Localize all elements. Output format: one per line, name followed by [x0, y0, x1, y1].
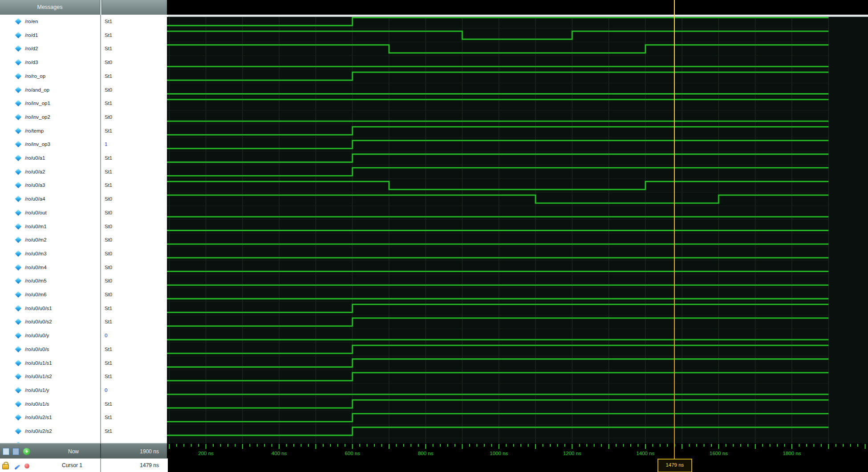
- signal-name: /ro/u0/m5: [25, 274, 99, 288]
- signal-row[interactable]: /ro/en: [0, 15, 100, 29]
- ruler-time-label: 1200 ns: [563, 451, 581, 456]
- waveform-trace: [167, 428, 828, 436]
- signal-value-row: St1: [101, 69, 168, 84]
- wave-header-spacer: [167, 0, 868, 15]
- signal-row[interactable]: /ro/u0/u1/s1: [0, 356, 100, 371]
- time-cursor-line[interactable]: [674, 0, 675, 459]
- signal-value: 1: [105, 137, 107, 151]
- signal-diamond-icon: [15, 373, 21, 379]
- signal-value-row: St1: [101, 411, 168, 425]
- signal-value: St1: [105, 28, 112, 42]
- document-icon[interactable]: [3, 448, 9, 455]
- delete-cursor-icon[interactable]: [24, 464, 29, 468]
- signal-row[interactable]: /ro/temp: [0, 124, 100, 138]
- waveform-trace: [167, 414, 828, 422]
- signal-row[interactable]: /ro/u0/a3: [0, 178, 100, 193]
- signal-row[interactable]: /ro/d3: [0, 56, 100, 70]
- signal-row[interactable]: /ro/u0/u2/s1: [0, 411, 100, 425]
- signal-name: /ro/u0/u0/s: [25, 343, 99, 356]
- footer-now-row: + Now 1900 ns 200 ns400 ns600 ns800 ns10…: [0, 443, 868, 458]
- signal-row[interactable]: /ro/u0/m4: [0, 261, 100, 275]
- signal-row[interactable]: /ro/u0/m2: [0, 233, 100, 247]
- footer-toolbar-a: + Now: [0, 443, 100, 459]
- signal-row[interactable]: /ro/u0/u1/y: [0, 383, 100, 398]
- signal-value: St1: [105, 315, 112, 329]
- column-resize-handle[interactable]: [100, 0, 102, 15]
- signal-value: St1: [105, 424, 112, 438]
- signal-diamond-icon: [15, 196, 21, 202]
- signal-row[interactable]: /ro/u0/u0/s1: [0, 302, 100, 316]
- signal-row[interactable]: /ro/u0/u0/s2: [0, 315, 100, 329]
- signal-row[interactable]: /ro/inv_op1: [0, 97, 100, 111]
- signal-value: St0: [105, 110, 112, 124]
- signal-value-row: St0: [101, 83, 168, 97]
- ruler-time-label: 1400 ns: [636, 451, 654, 456]
- waveform-trace-glow: [167, 318, 828, 326]
- waveform-trace: [167, 45, 828, 53]
- signal-row[interactable]: /ro/d2: [0, 42, 100, 56]
- signal-row[interactable]: /ro/inv_op2: [0, 110, 100, 125]
- waveform-trace-glow: [167, 141, 828, 149]
- signal-value: St0: [105, 206, 112, 220]
- signal-row[interactable]: /ro/inv_op3: [0, 137, 100, 152]
- signal-name: /ro/u0/u1/s1: [25, 356, 99, 370]
- signal-name: /ro/u0/u2/y: [25, 438, 99, 443]
- signal-value: St0: [105, 220, 112, 234]
- signal-diamond-icon: [15, 264, 21, 270]
- lock-icon[interactable]: [2, 464, 9, 469]
- add-wave-icon[interactable]: +: [23, 448, 30, 455]
- signal-row[interactable]: /ro/and_op: [0, 83, 100, 97]
- signal-row[interactable]: /ro/u0/m1: [0, 220, 100, 234]
- signal-row[interactable]: /ro/u0/m3: [0, 247, 100, 261]
- signal-row[interactable]: /ro/ro_op: [0, 69, 100, 84]
- signal-value-row: St1: [101, 315, 168, 329]
- waveform-trace: [167, 154, 828, 162]
- signal-row[interactable]: /ro/u0/a4: [0, 192, 100, 206]
- signal-diamond-icon: [15, 59, 21, 65]
- signal-row[interactable]: /ro/u0/a2: [0, 165, 100, 179]
- signal-value: St1: [105, 356, 112, 370]
- waveform-canvas[interactable]: [167, 17, 868, 443]
- signal-value-row: St1: [101, 97, 168, 111]
- signal-value: St1: [105, 124, 112, 138]
- signal-row[interactable]: /ro/u0/u2/s2: [0, 424, 100, 439]
- footer-toolbar-b: Cursor 1: [0, 458, 100, 472]
- signal-row[interactable]: /ro/d1: [0, 28, 100, 43]
- signal-value-row: St1: [101, 124, 168, 138]
- cursor-name[interactable]: Cursor 1: [62, 459, 82, 472]
- signal-row[interactable]: /ro/u0/u2/y: [0, 438, 100, 443]
- signal-value: St1: [105, 42, 112, 56]
- waveform-trace-glow: [167, 414, 828, 422]
- signal-value-row: St0: [101, 261, 168, 275]
- signal-row[interactable]: /ro/u0/m6: [0, 288, 100, 302]
- edit-cursor-icon[interactable]: [15, 464, 20, 470]
- signal-row[interactable]: /ro/u0/u1/s: [0, 397, 100, 411]
- signal-name: /ro/en: [25, 15, 99, 28]
- signal-diamond-icon: [15, 414, 21, 420]
- signal-row[interactable]: /ro/u0/m5: [0, 274, 100, 288]
- signal-value-row: St1: [101, 370, 168, 384]
- signal-name: /ro/u0/u0/s1: [25, 302, 99, 315]
- cursor-time-tag[interactable]: 1479 ns: [657, 459, 692, 472]
- signal-row[interactable]: /ro/u0/u1/s2: [0, 370, 100, 384]
- signal-row[interactable]: /ro/u0/out: [0, 206, 100, 220]
- signal-value: St1: [105, 151, 112, 165]
- documents-icon[interactable]: [12, 448, 19, 455]
- time-ruler[interactable]: 200 ns400 ns600 ns800 ns1000 ns1200 ns14…: [167, 443, 868, 458]
- waveform-trace: [167, 141, 828, 149]
- signal-row[interactable]: /ro/u0/u0/y: [0, 329, 100, 343]
- waveform-trace: [167, 31, 828, 39]
- signal-name: /ro/u0/m4: [25, 261, 99, 274]
- signal-row[interactable]: /ro/u0/u0/s: [0, 343, 100, 357]
- signal-value-row: St1: [101, 165, 168, 179]
- signal-diamond-icon: [15, 45, 21, 52]
- modelsim-wave-window: Messages /ro/en/ro/d1/ro/d2/ro/d3/ro/ro_…: [0, 0, 868, 472]
- ruler-time-label: 600 ns: [345, 451, 360, 456]
- footer-cursor-value-cell: 1479 ns: [100, 458, 168, 472]
- ruler-time-label: 800 ns: [418, 451, 434, 456]
- signal-value: St1: [105, 397, 112, 411]
- waveform-trace: [167, 195, 828, 203]
- signal-name: /ro/u0/u1/s: [25, 397, 99, 411]
- messages-column-header[interactable]: Messages: [0, 0, 100, 15]
- signal-row[interactable]: /ro/u0/a1: [0, 151, 100, 165]
